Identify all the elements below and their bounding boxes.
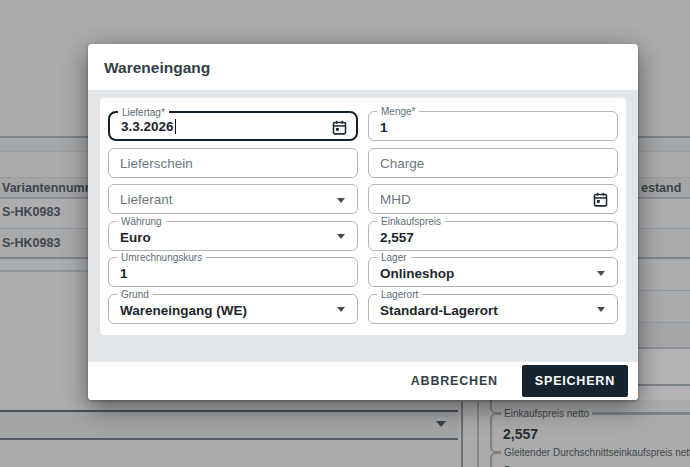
wareneingang-dialog: Wareneingang Liefertag*3.3.2026Menge*1Li… (88, 44, 638, 400)
field-value: 1 (380, 120, 388, 135)
field-label: Liefertag* (118, 107, 169, 118)
chevron-down-icon (597, 307, 605, 312)
lieferschein-field[interactable]: Lieferschein (108, 148, 358, 178)
field-placeholder: Charge (380, 156, 424, 171)
field-value: 3.3.2026 (121, 119, 176, 134)
field-label: Gleitender Durchschnittseinkaufspreis ne… (501, 447, 690, 458)
field-placeholder: Lieferschein (120, 156, 193, 171)
table-row[interactable]: S-HK0983 (2, 236, 60, 250)
bg-panel-divider (461, 402, 463, 467)
save-button[interactable]: SPEICHERN (522, 365, 628, 397)
field-value: Wareneingang (WE) (120, 303, 247, 318)
field-value: 2,557 (503, 426, 538, 442)
field-placeholder: MHD (380, 192, 411, 207)
field-value: Euro (120, 230, 151, 245)
dialog-body: Liefertag*3.3.2026Menge*1LieferscheinCha… (88, 90, 638, 362)
field-label: Einkaufspreis netto (501, 408, 592, 419)
field-label: Umrechnungskurs (117, 252, 206, 263)
field-label: Grund (117, 289, 153, 300)
field-value: Standard-Lagerort (380, 303, 498, 318)
bg-variant-select[interactable] (0, 410, 458, 440)
chevron-down-icon (337, 234, 345, 239)
chevron-down-icon (597, 271, 605, 276)
field-label: Währung (117, 216, 166, 227)
field-label: Menge* (377, 106, 419, 117)
charge-field[interactable]: Charge (368, 148, 618, 178)
bg-column-header-bestand: estand (641, 181, 681, 195)
field-value: Onlineshop (380, 266, 454, 281)
field-value: 1 (120, 266, 128, 281)
chevron-down-icon (337, 198, 345, 203)
form-card: Liefertag*3.3.2026Menge*1LieferscheinCha… (100, 98, 626, 335)
menge-field[interactable]: Menge*1 (368, 111, 618, 141)
field-label: Lager (377, 252, 411, 263)
chevron-down-icon (436, 421, 446, 427)
table-row[interactable]: S-HK0983 (2, 205, 60, 219)
calendar-icon[interactable] (331, 119, 348, 136)
mhd-field[interactable]: MHD (368, 184, 618, 214)
dialog-footer: ABBRECHEN SPEICHERN (88, 362, 638, 400)
grund-field[interactable]: GrundWareneingang (WE) (108, 294, 358, 324)
waehrung-field[interactable]: WährungEuro (108, 221, 358, 251)
bg-field-gleitender-ek-netto[interactable]: Gleitender Durchschnittseinkaufspreis ne… (490, 452, 690, 467)
einkaufspreis-field[interactable]: Einkaufspreis2,557 (368, 221, 618, 251)
calendar-icon[interactable] (592, 191, 609, 208)
bg-panel-divider (477, 402, 479, 467)
liefertag-field[interactable]: Liefertag*3.3.2026 (108, 111, 358, 141)
cancel-button[interactable]: ABBRECHEN (407, 366, 502, 396)
chevron-down-icon (337, 307, 345, 312)
lager-field[interactable]: LagerOnlineshop (368, 257, 618, 287)
umrechnungskurs-field[interactable]: Umrechnungskurs1 (108, 257, 358, 287)
lagerort-field[interactable]: LagerortStandard-Lagerort (368, 294, 618, 324)
field-placeholder: Lieferant (120, 192, 173, 207)
field-label: Lagerort (377, 289, 422, 300)
field-value: 2,557 (380, 230, 414, 245)
dialog-title: Wareneingang (88, 44, 638, 90)
field-label: Einkaufspreis (377, 216, 445, 227)
text-cursor (175, 119, 177, 134)
lieferant-field[interactable]: Lieferant (108, 184, 358, 214)
field-value: 2 (503, 463, 511, 467)
